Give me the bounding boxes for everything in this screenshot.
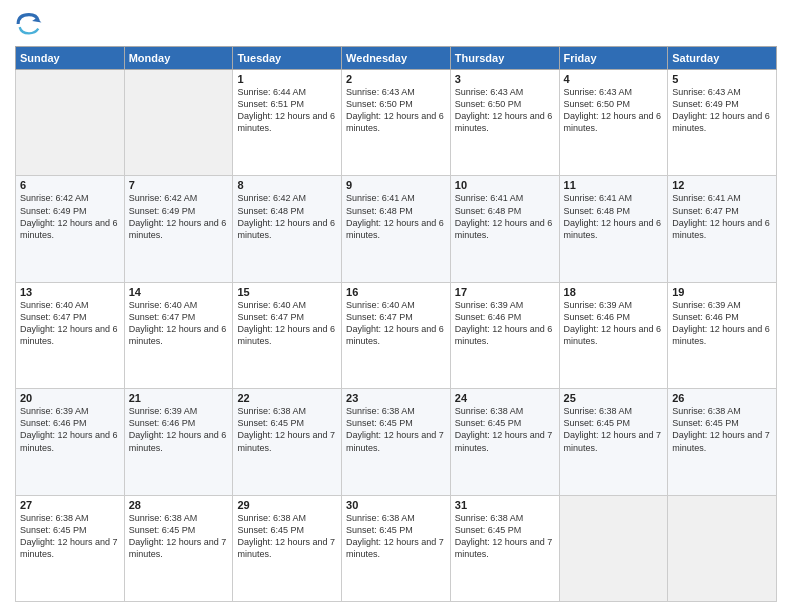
day-info: Sunrise: 6:38 AMSunset: 6:45 PMDaylight:… [346,405,446,454]
day-number: 21 [129,392,229,404]
day-info: Sunrise: 6:40 AMSunset: 6:47 PMDaylight:… [129,299,229,348]
day-number: 12 [672,179,772,191]
calendar-cell [124,70,233,176]
day-number: 27 [20,499,120,511]
calendar-cell: 18Sunrise: 6:39 AMSunset: 6:46 PMDayligh… [559,282,668,388]
weekday-header-monday: Monday [124,47,233,70]
day-number: 25 [564,392,664,404]
day-number: 29 [237,499,337,511]
calendar-cell: 2Sunrise: 6:43 AMSunset: 6:50 PMDaylight… [342,70,451,176]
calendar-cell: 23Sunrise: 6:38 AMSunset: 6:45 PMDayligh… [342,389,451,495]
day-info: Sunrise: 6:43 AMSunset: 6:50 PMDaylight:… [455,86,555,135]
day-number: 18 [564,286,664,298]
logo [15,10,47,38]
calendar-cell: 5Sunrise: 6:43 AMSunset: 6:49 PMDaylight… [668,70,777,176]
calendar-cell: 3Sunrise: 6:43 AMSunset: 6:50 PMDaylight… [450,70,559,176]
day-info: Sunrise: 6:44 AMSunset: 6:51 PMDaylight:… [237,86,337,135]
day-info: Sunrise: 6:40 AMSunset: 6:47 PMDaylight:… [346,299,446,348]
day-info: Sunrise: 6:43 AMSunset: 6:50 PMDaylight:… [564,86,664,135]
day-info: Sunrise: 6:38 AMSunset: 6:45 PMDaylight:… [455,512,555,561]
calendar-cell: 27Sunrise: 6:38 AMSunset: 6:45 PMDayligh… [16,495,125,601]
calendar-cell: 13Sunrise: 6:40 AMSunset: 6:47 PMDayligh… [16,282,125,388]
day-number: 9 [346,179,446,191]
calendar-cell: 19Sunrise: 6:39 AMSunset: 6:46 PMDayligh… [668,282,777,388]
day-info: Sunrise: 6:41 AMSunset: 6:48 PMDaylight:… [346,192,446,241]
day-info: Sunrise: 6:39 AMSunset: 6:46 PMDaylight:… [455,299,555,348]
day-number: 13 [20,286,120,298]
day-info: Sunrise: 6:38 AMSunset: 6:45 PMDaylight:… [672,405,772,454]
calendar-cell: 24Sunrise: 6:38 AMSunset: 6:45 PMDayligh… [450,389,559,495]
day-number: 15 [237,286,337,298]
calendar-cell: 25Sunrise: 6:38 AMSunset: 6:45 PMDayligh… [559,389,668,495]
day-info: Sunrise: 6:42 AMSunset: 6:49 PMDaylight:… [20,192,120,241]
calendar-table: SundayMondayTuesdayWednesdayThursdayFrid… [15,46,777,602]
day-info: Sunrise: 6:40 AMSunset: 6:47 PMDaylight:… [237,299,337,348]
day-number: 1 [237,73,337,85]
weekday-header-thursday: Thursday [450,47,559,70]
day-number: 2 [346,73,446,85]
day-number: 14 [129,286,229,298]
day-number: 4 [564,73,664,85]
calendar-cell: 12Sunrise: 6:41 AMSunset: 6:47 PMDayligh… [668,176,777,282]
calendar-cell [668,495,777,601]
day-number: 30 [346,499,446,511]
day-number: 17 [455,286,555,298]
day-info: Sunrise: 6:43 AMSunset: 6:49 PMDaylight:… [672,86,772,135]
calendar-cell: 10Sunrise: 6:41 AMSunset: 6:48 PMDayligh… [450,176,559,282]
calendar-cell: 9Sunrise: 6:41 AMSunset: 6:48 PMDaylight… [342,176,451,282]
day-info: Sunrise: 6:39 AMSunset: 6:46 PMDaylight:… [20,405,120,454]
calendar-cell [16,70,125,176]
weekday-header-tuesday: Tuesday [233,47,342,70]
page-header [15,10,777,38]
day-number: 23 [346,392,446,404]
day-info: Sunrise: 6:38 AMSunset: 6:45 PMDaylight:… [346,512,446,561]
day-info: Sunrise: 6:38 AMSunset: 6:45 PMDaylight:… [455,405,555,454]
day-number: 28 [129,499,229,511]
day-number: 5 [672,73,772,85]
day-number: 6 [20,179,120,191]
day-number: 20 [20,392,120,404]
day-info: Sunrise: 6:38 AMSunset: 6:45 PMDaylight:… [20,512,120,561]
calendar-cell: 26Sunrise: 6:38 AMSunset: 6:45 PMDayligh… [668,389,777,495]
weekday-header-saturday: Saturday [668,47,777,70]
calendar-cell: 21Sunrise: 6:39 AMSunset: 6:46 PMDayligh… [124,389,233,495]
day-info: Sunrise: 6:41 AMSunset: 6:48 PMDaylight:… [564,192,664,241]
calendar-cell: 17Sunrise: 6:39 AMSunset: 6:46 PMDayligh… [450,282,559,388]
day-number: 19 [672,286,772,298]
day-info: Sunrise: 6:39 AMSunset: 6:46 PMDaylight:… [564,299,664,348]
calendar-cell [559,495,668,601]
day-info: Sunrise: 6:38 AMSunset: 6:45 PMDaylight:… [564,405,664,454]
day-number: 26 [672,392,772,404]
calendar-cell: 11Sunrise: 6:41 AMSunset: 6:48 PMDayligh… [559,176,668,282]
day-info: Sunrise: 6:41 AMSunset: 6:47 PMDaylight:… [672,192,772,241]
weekday-header-wednesday: Wednesday [342,47,451,70]
calendar-cell: 20Sunrise: 6:39 AMSunset: 6:46 PMDayligh… [16,389,125,495]
day-info: Sunrise: 6:38 AMSunset: 6:45 PMDaylight:… [237,405,337,454]
day-number: 22 [237,392,337,404]
weekday-header-sunday: Sunday [16,47,125,70]
day-info: Sunrise: 6:42 AMSunset: 6:49 PMDaylight:… [129,192,229,241]
day-number: 7 [129,179,229,191]
day-info: Sunrise: 6:38 AMSunset: 6:45 PMDaylight:… [237,512,337,561]
day-number: 3 [455,73,555,85]
calendar-cell: 4Sunrise: 6:43 AMSunset: 6:50 PMDaylight… [559,70,668,176]
calendar-cell: 14Sunrise: 6:40 AMSunset: 6:47 PMDayligh… [124,282,233,388]
day-info: Sunrise: 6:38 AMSunset: 6:45 PMDaylight:… [129,512,229,561]
calendar-cell: 31Sunrise: 6:38 AMSunset: 6:45 PMDayligh… [450,495,559,601]
day-info: Sunrise: 6:39 AMSunset: 6:46 PMDaylight:… [672,299,772,348]
day-info: Sunrise: 6:43 AMSunset: 6:50 PMDaylight:… [346,86,446,135]
day-info: Sunrise: 6:40 AMSunset: 6:47 PMDaylight:… [20,299,120,348]
day-info: Sunrise: 6:41 AMSunset: 6:48 PMDaylight:… [455,192,555,241]
calendar-cell: 30Sunrise: 6:38 AMSunset: 6:45 PMDayligh… [342,495,451,601]
weekday-header-friday: Friday [559,47,668,70]
day-number: 31 [455,499,555,511]
day-number: 11 [564,179,664,191]
calendar-cell: 6Sunrise: 6:42 AMSunset: 6:49 PMDaylight… [16,176,125,282]
calendar-cell: 8Sunrise: 6:42 AMSunset: 6:48 PMDaylight… [233,176,342,282]
calendar-cell: 22Sunrise: 6:38 AMSunset: 6:45 PMDayligh… [233,389,342,495]
day-info: Sunrise: 6:39 AMSunset: 6:46 PMDaylight:… [129,405,229,454]
calendar-cell: 1Sunrise: 6:44 AMSunset: 6:51 PMDaylight… [233,70,342,176]
day-number: 24 [455,392,555,404]
calendar-cell: 16Sunrise: 6:40 AMSunset: 6:47 PMDayligh… [342,282,451,388]
calendar-cell: 28Sunrise: 6:38 AMSunset: 6:45 PMDayligh… [124,495,233,601]
